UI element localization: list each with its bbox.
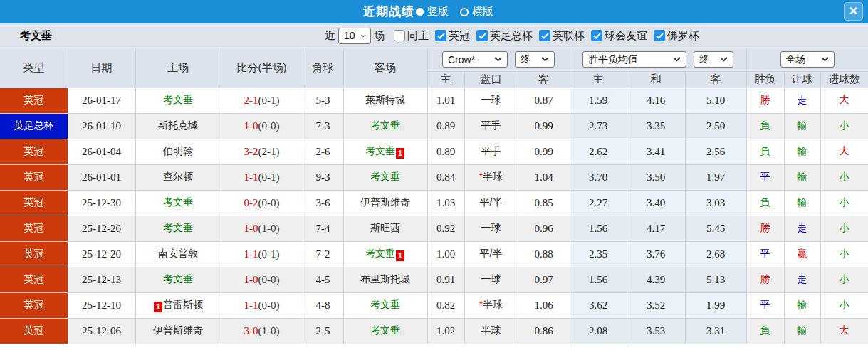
avg-state-value: 终 — [699, 53, 709, 66]
league-type-cell: 英冠 — [0, 216, 68, 241]
handicap-cell: 平/半 — [464, 241, 518, 267]
home-team-cell: 考文垂 — [135, 216, 221, 241]
subcol-odds-away: 客 — [518, 71, 570, 88]
score-cell: 1-0(1-0) — [221, 216, 303, 241]
handicap-cell: 平手 — [464, 139, 518, 164]
league-type-cell: 英冠 — [0, 139, 68, 164]
results-table: 类型 日期 主场 比分(半场) 角球 客场 Crow* 终 — [0, 48, 868, 344]
goals-result-cell: 小 — [820, 267, 868, 292]
home-team-cell: 考文垂 — [135, 267, 221, 292]
away-team-cell: 布里斯托城 — [343, 267, 427, 292]
home-team-cell: 查尔顿 — [135, 164, 221, 190]
checkbox-label: 英联杯 — [553, 29, 585, 43]
away-team-cell: 考文垂 — [343, 292, 427, 318]
team-title: 考文垂 — [20, 29, 52, 43]
away-team-cell: 莱斯特城 — [343, 88, 427, 113]
goals-result-cell: 小 — [820, 164, 868, 190]
avg-state-select[interactable]: 终 — [694, 51, 733, 68]
layout-radio-group: 竖版横版 — [416, 5, 505, 18]
close-button[interactable]: ✕ — [844, 2, 863, 21]
handicap-result-cell: 走 — [784, 88, 820, 113]
fulltime-select[interactable]: 全场 — [780, 51, 835, 68]
away-team-cell: 考文垂 — [343, 318, 427, 344]
rank-badge: 1 — [396, 148, 404, 159]
checkbox-label: 佛罗杯 — [667, 29, 699, 43]
recent-count-value: 10 — [344, 30, 355, 41]
team-name: 考文垂 — [163, 94, 193, 105]
date-cell: 26-01-10 — [68, 113, 135, 139]
avg-home-cell: 2.62 — [570, 139, 627, 164]
checkbox-label: 球会友谊 — [605, 29, 647, 43]
team-name: 考文垂 — [370, 299, 400, 310]
team-name: 查尔顿 — [163, 171, 193, 182]
checkbox-checked-icon[interactable] — [591, 30, 602, 41]
avg-select[interactable]: 胜平负均值 — [582, 51, 686, 68]
result-cell: 勝 — [746, 267, 784, 292]
odds-away-cell: 0.97 — [518, 267, 570, 292]
avg-home-cell: 2.73 — [570, 113, 627, 139]
checkbox-label: 同主 — [407, 29, 429, 43]
handicap-result-cell: 輸 — [784, 139, 820, 164]
fulltime-select-value: 全场 — [786, 53, 806, 66]
date-cell: 25-12-20 — [68, 241, 135, 267]
goals-result-cell: 小 — [820, 292, 868, 318]
odds-source-select[interactable]: Crow* — [442, 51, 508, 68]
league-filter-checkboxes: 同主英冠英足总杯英联杯球会友谊佛罗杯 — [387, 29, 699, 43]
matches-label: 场 — [374, 29, 385, 43]
odds-home-cell: 0.91 — [427, 267, 464, 292]
layout-option-1[interactable]: 横版 — [460, 5, 493, 18]
away-team-cell: 斯旺西 — [343, 216, 427, 241]
avg-draw-cell: 3.50 — [627, 164, 685, 190]
goals-result-cell: 大 — [820, 139, 868, 164]
handicap-result-cell: 輸 — [784, 292, 820, 318]
odds-home-cell: 0.92 — [427, 216, 464, 241]
avg-home-cell: 1.59 — [570, 88, 627, 113]
team-name: 莱斯特城 — [365, 94, 405, 105]
radio-unselected-icon[interactable] — [460, 8, 469, 16]
radio-selected-icon[interactable] — [416, 8, 424, 16]
avg-home-cell: 2.27 — [570, 190, 627, 216]
score-cell: 1-0(0-0) — [221, 267, 303, 292]
result-cell: 勝 — [746, 216, 784, 241]
result-cell: 負 — [746, 113, 784, 139]
corners-cell: 4-8 — [303, 292, 343, 318]
team-name: 伊普斯维奇 — [153, 324, 203, 336]
odds-source-value: Crow* — [448, 54, 475, 65]
recent-label: 近 — [325, 29, 335, 43]
avg-home-cell: 1.56 — [570, 216, 627, 241]
odds-away-cell: 1.04 — [518, 164, 570, 190]
layout-option-0[interactable]: 竖版 — [416, 5, 449, 18]
home-team-cell: 南安普敦 — [135, 241, 221, 267]
handicap-cell: 一球 — [464, 88, 518, 113]
corners-cell: 9-3 — [303, 164, 343, 190]
checkbox-checked-icon[interactable] — [476, 30, 488, 41]
team-name: 南安普敦 — [158, 248, 198, 259]
odds-state-select[interactable]: 终 — [515, 51, 555, 68]
away-team-cell: 考文垂 — [343, 164, 427, 190]
goals-result-cell: 小 — [820, 241, 868, 267]
avg-away-cell: 3.31 — [685, 318, 746, 344]
corners-cell: 2-5 — [303, 318, 343, 344]
titlebar: 近期战绩 竖版横版 ✕ — [0, 0, 868, 23]
table-row: 英冠25-12-101普雷斯顿1-1(0-0)4-8考文垂0.82*半球1.06… — [0, 292, 868, 318]
corners-cell: 7-2 — [303, 241, 343, 267]
checkbox-unchecked-icon[interactable] — [394, 30, 405, 41]
home-team-cell: 考文垂 — [135, 88, 221, 113]
window-title: 近期战绩 — [363, 4, 414, 20]
team-name: 普雷斯顿 — [163, 299, 203, 310]
odds-home-cell: 1.02 — [427, 318, 464, 344]
table-row: 英冠26-01-17考文垂2-1(0-1)5-3莱斯特城1.01一球0.871.… — [0, 88, 868, 113]
col-header-corners: 角球 — [303, 48, 343, 88]
avg-away-cell: 1.97 — [685, 164, 746, 190]
odds-away-cell: 0.96 — [518, 216, 570, 241]
recent-count-select[interactable]: 10 — [338, 28, 371, 44]
score-cell: 1-0(0-0) — [221, 113, 303, 139]
checkbox-checked-icon[interactable] — [539, 30, 550, 41]
handicap-result-cell: 贏 — [784, 241, 820, 267]
home-team-cell: 考文垂 — [135, 190, 221, 216]
date-cell: 25-12-13 — [68, 267, 135, 292]
checkbox-checked-icon[interactable] — [435, 30, 446, 41]
avg-away-cell: 5.45 — [685, 216, 746, 241]
checkbox-checked-icon[interactable] — [654, 30, 665, 41]
table-row: 英冠25-12-30考文垂0-2(0-0)3-6伊普斯维奇1.03平/半0.85… — [0, 190, 868, 216]
